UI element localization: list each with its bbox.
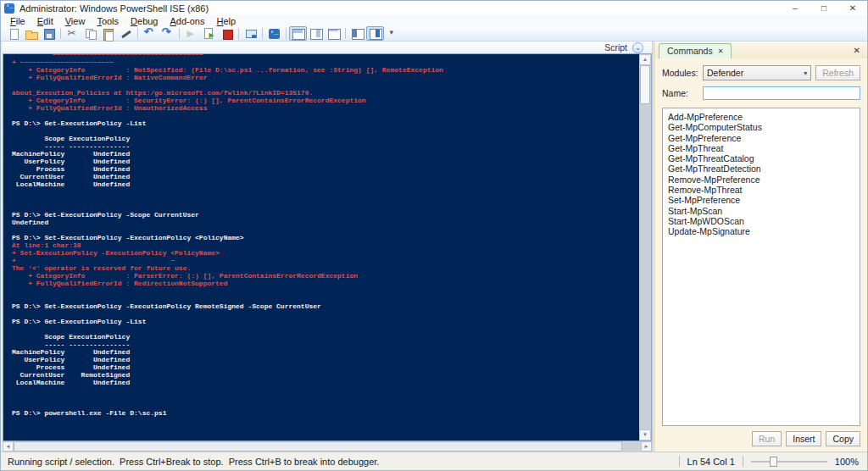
undo-button[interactable] bbox=[141, 26, 159, 41]
command-list-item[interactable]: Get-MpThreatDetection bbox=[663, 163, 860, 174]
console-line bbox=[12, 402, 639, 409]
menu-item[interactable]: File bbox=[4, 16, 31, 26]
command-list-item[interactable]: Get-MpComputerStatus bbox=[663, 122, 860, 132]
toolbar-icon bbox=[66, 27, 80, 41]
console-line bbox=[12, 127, 639, 135]
console-line bbox=[12, 112, 639, 119]
redo-button[interactable] bbox=[159, 26, 176, 41]
insert-command-button[interactable]: Insert bbox=[786, 431, 821, 446]
status-message: Running script / selection. Press Ctrl+B… bbox=[8, 457, 671, 467]
command-list-item[interactable]: Get-MpThreatCatalog bbox=[663, 153, 860, 163]
console-line: PS D:\> powershell.exe -File D:\sc.ps1 bbox=[12, 409, 639, 417]
console-line: PS D:\> Get-ExecutionPolicy -Scope Curre… bbox=[12, 211, 639, 219]
new-script-button[interactable] bbox=[4, 26, 22, 41]
title-bar: Administrator: Windows PowerShell ISE (x… bbox=[1, 1, 867, 15]
console-line: LocalMachine Undefined bbox=[12, 180, 639, 188]
toolbar-icon bbox=[161, 27, 175, 41]
maximize-button[interactable]: □ bbox=[810, 1, 838, 15]
vertical-scroll-track[interactable] bbox=[639, 65, 651, 429]
modules-label: Modules: bbox=[662, 68, 703, 78]
console-line: + ~~~~~~~~~~~~~~~~~~~~~~~ bbox=[12, 58, 639, 66]
scroll-right-button[interactable]: ► bbox=[641, 441, 652, 452]
console-pane[interactable]: ~~~~~~~~~~~~~~~~~~~~~~~~~~~~~~~~~~~~~+ ~… bbox=[3, 54, 639, 441]
close-button[interactable]: ✕ bbox=[838, 1, 867, 15]
console-line bbox=[12, 188, 639, 196]
command-list-item[interactable]: Start-MpScan bbox=[663, 206, 860, 216]
console-frame: ~~~~~~~~~~~~~~~~~~~~~~~~~~~~~~~~~~~~~+ ~… bbox=[3, 53, 652, 441]
scroll-down-button[interactable]: ▼ bbox=[639, 429, 651, 441]
console-line: Undefined bbox=[12, 219, 639, 226]
console-vertical-scrollbar[interactable]: ▲ ▼ bbox=[639, 54, 651, 441]
show-command-addon-button[interactable] bbox=[366, 26, 384, 41]
horizontal-scroll-track[interactable] bbox=[14, 441, 641, 452]
toolbar-separator bbox=[262, 28, 263, 39]
vertical-scroll-thumb[interactable] bbox=[640, 65, 650, 104]
command-list-item[interactable]: Set-MpPreference bbox=[663, 195, 860, 205]
show-script-pane-right-button[interactable] bbox=[307, 26, 325, 41]
menu-item[interactable]: Edit bbox=[31, 16, 59, 26]
toolbar-icon bbox=[84, 27, 97, 41]
horizontal-scroll-thumb[interactable] bbox=[14, 441, 622, 452]
zoom-slider[interactable] bbox=[751, 456, 827, 468]
console-line: Scope ExecutionPolicy bbox=[12, 135, 639, 142]
save-script-button[interactable] bbox=[40, 26, 58, 41]
toolbar-icon bbox=[7, 27, 20, 41]
minimize-button[interactable]: – bbox=[781, 1, 810, 15]
new-remote-powershell-tab-button[interactable] bbox=[242, 26, 259, 41]
command-list-item[interactable]: Start-MpWDOScan bbox=[663, 216, 860, 226]
menu-item[interactable]: Help bbox=[210, 16, 242, 26]
console-line bbox=[12, 287, 639, 295]
run-command-button[interactable]: Run bbox=[752, 431, 782, 446]
console-line bbox=[12, 310, 639, 318]
scroll-up-button[interactable]: ▲ bbox=[639, 54, 651, 65]
command-list-item[interactable]: Remove-MpPreference bbox=[663, 175, 860, 185]
close-panel-icon[interactable]: ✕ bbox=[854, 46, 862, 58]
toolbar-icon bbox=[203, 27, 216, 41]
status-separator bbox=[743, 456, 743, 467]
start-powershell-exe-button[interactable] bbox=[265, 26, 283, 41]
console-line bbox=[12, 386, 639, 394]
command-list-item[interactable]: Remove-MpThreat bbox=[663, 185, 860, 195]
modules-dropdown[interactable]: Defender ▾ bbox=[703, 65, 811, 80]
tab-commands[interactable]: Commands ✕ bbox=[659, 43, 732, 58]
show-script-pane-top-button[interactable] bbox=[289, 26, 307, 41]
toolbar-icon bbox=[309, 27, 323, 41]
console-line: + FullyQualifiedErrorId : NativeCommandE… bbox=[12, 74, 639, 81]
menu-item[interactable]: View bbox=[59, 16, 92, 26]
refresh-button[interactable]: Refresh bbox=[815, 65, 860, 80]
menu-item[interactable]: Tools bbox=[91, 16, 125, 26]
command-list-item[interactable]: Update-MpSignature bbox=[663, 226, 860, 236]
toolbar-overflow-button[interactable] bbox=[384, 26, 402, 41]
menu-bar: FileEditViewToolsDebugAdd-onsHelp bbox=[1, 15, 867, 26]
expand-script-pane-button[interactable]: ⌄ bbox=[632, 42, 643, 53]
command-list-item[interactable]: Add-MpPreference bbox=[663, 112, 860, 122]
stop-operation-button[interactable] bbox=[218, 26, 236, 41]
copy-button[interactable] bbox=[81, 26, 99, 41]
scroll-left-button[interactable]: ◄ bbox=[3, 441, 14, 452]
zoom-slider-thumb[interactable] bbox=[770, 457, 777, 467]
clear-console-pane-button[interactable] bbox=[117, 26, 135, 41]
zoom-level: 100% bbox=[835, 457, 859, 467]
run-selection-button[interactable] bbox=[200, 26, 218, 41]
close-tab-icon[interactable]: ✕ bbox=[718, 47, 724, 55]
show-command-window-button[interactable] bbox=[348, 26, 366, 41]
console-line: Process Undefined bbox=[12, 363, 639, 371]
show-script-pane-maximized-button[interactable] bbox=[325, 26, 342, 41]
toolbar-icon bbox=[120, 27, 133, 41]
console-pane-container: Script ⌄ ~~~~~~~~~~~~~~~~~~~~~~~~~~~~~~~… bbox=[1, 42, 652, 452]
command-list-item[interactable]: Get-MpPreference bbox=[663, 133, 860, 143]
copy-command-button[interactable]: Copy bbox=[826, 431, 860, 446]
console-line: Process Undefined bbox=[12, 165, 639, 173]
paste-button[interactable] bbox=[99, 26, 117, 41]
open-script-button[interactable] bbox=[22, 26, 40, 41]
console-horizontal-scrollbar[interactable]: ◄ ► bbox=[3, 441, 652, 452]
status-bar: Running script / selection. Press Ctrl+B… bbox=[1, 452, 867, 470]
commands-list: Add-MpPreferenceGet-MpComputerStatusGet-… bbox=[662, 108, 860, 426]
cut-button[interactable] bbox=[64, 26, 81, 41]
toolbar-icon bbox=[102, 27, 115, 41]
name-filter-input[interactable] bbox=[703, 86, 860, 100]
run-script-button[interactable] bbox=[182, 26, 200, 41]
toolbar-icon bbox=[185, 27, 198, 41]
menu-item[interactable]: Add-ons bbox=[164, 16, 211, 26]
command-list-item[interactable]: Get-MpThreat bbox=[663, 143, 860, 153]
